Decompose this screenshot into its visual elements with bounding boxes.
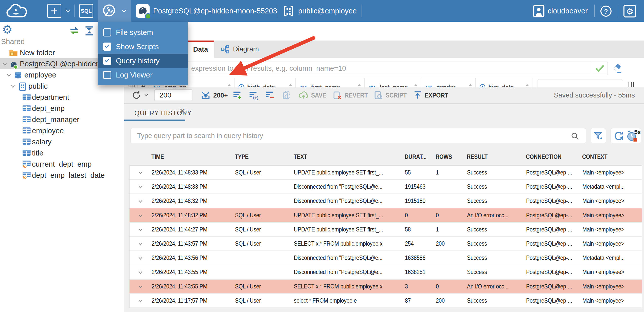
qh-cell-rows: 0 xyxy=(436,208,465,222)
checkbox-icon[interactable] xyxy=(103,43,111,51)
query-history-row[interactable]: 2/26/2024, 11:48:33 PMDisconnected from … xyxy=(130,180,642,194)
qh-cell-rows: 1 xyxy=(436,223,465,236)
active-tab-underline xyxy=(124,120,185,121)
tree-item-dept-manager[interactable]: dept_manager xyxy=(0,114,124,125)
chevron-down-icon[interactable] xyxy=(6,72,12,80)
grid-column-gender[interactable]: abcgender xyxy=(421,78,476,87)
schema-selector[interactable]: public@employee xyxy=(298,0,357,22)
qh-column-header-text[interactable]: TEXT xyxy=(294,148,309,165)
export-button[interactable]: EXPORT xyxy=(413,87,452,103)
tree-item-department[interactable]: department xyxy=(0,92,124,103)
menu-item-file-system[interactable]: File system xyxy=(98,25,188,40)
qh-column-header-result[interactable]: RESULT xyxy=(467,148,490,165)
filter-expression-input[interactable] xyxy=(127,62,591,75)
expand-row-icon[interactable] xyxy=(137,212,144,220)
query-history-row[interactable]: 2/26/2024, 11:17:57 PMSQL / Userselect *… xyxy=(130,294,642,308)
save-button[interactable]: SAVE xyxy=(298,87,328,103)
tree-item-employee[interactable]: employee xyxy=(0,125,124,136)
grid-columns-icon[interactable] xyxy=(628,82,635,87)
qh-column-header-context[interactable]: CONTEXT xyxy=(582,148,611,165)
expand-row-icon[interactable] xyxy=(137,184,144,191)
query-history-row[interactable]: 2/26/2024, 11:43:55 PMSQL / UserSELECT x… xyxy=(130,280,642,294)
postgres-connection-icon[interactable] xyxy=(136,4,150,18)
close-panel-icon[interactable]: ✕ xyxy=(179,107,186,115)
script-icon xyxy=(373,90,383,100)
tree-item-title[interactable]: title xyxy=(0,147,124,159)
row-limit-input[interactable] xyxy=(154,89,192,101)
delete-row-button[interactable] xyxy=(265,87,276,103)
checkbox-icon[interactable] xyxy=(103,57,111,65)
connection-name[interactable]: PostgreSQL@ep-hidden-moon-55203 xyxy=(153,0,277,22)
settings-gear-button[interactable]: ⚙ xyxy=(623,5,636,19)
help-button[interactable]: ? xyxy=(600,5,612,18)
refresh-button[interactable] xyxy=(131,87,148,103)
menu-item-show-scripts[interactable]: Show Scripts xyxy=(98,40,188,54)
apply-script-button[interactable] xyxy=(281,87,291,103)
tree-item-dept-emp[interactable]: dept_emp xyxy=(0,103,124,114)
user-name[interactable]: cloudbeaver xyxy=(548,0,588,22)
expand-row-icon[interactable] xyxy=(137,169,144,177)
query-history-row[interactable]: 2/26/2024, 11:43:57 PMSQL / UserSELECT x… xyxy=(130,237,642,251)
tools-icon xyxy=(101,3,117,19)
expand-row-icon[interactable] xyxy=(137,241,144,248)
query-history-search-input[interactable] xyxy=(131,128,567,143)
revert-label: REVERT xyxy=(345,91,368,99)
user-avatar-icon[interactable] xyxy=(532,5,545,19)
script-button[interactable]: SCRIPT xyxy=(373,87,409,103)
tree-item-label: dept_emp xyxy=(32,103,65,114)
query-history-row[interactable]: 2/26/2024, 11:48:32 PMSQL / UserUPDATE p… xyxy=(130,208,642,223)
expand-row-icon[interactable] xyxy=(137,198,144,205)
query-history-row[interactable]: 2/26/2024, 11:43:55 PMDisconnected from … xyxy=(130,265,642,279)
qh-column-header-type[interactable]: TYPE xyxy=(235,148,251,165)
qh-column-header-time[interactable]: TIME xyxy=(151,148,166,165)
qh-column-header-durat[interactable]: DURAT... xyxy=(405,148,430,165)
menu-item-query-history[interactable]: Query history xyxy=(98,54,188,68)
query-history-filter-button[interactable] xyxy=(591,128,606,143)
tree-item-current-dept-emp[interactable]: current_dept_emp xyxy=(0,159,124,170)
revert-icon xyxy=(332,90,342,100)
clear-filter-button[interactable] xyxy=(612,63,623,74)
query-history-row[interactable]: 2/26/2024, 11:43:56 PMDisconnected from … xyxy=(130,251,642,265)
query-history-row[interactable]: 2/26/2024, 11:44:27 PMSQL / UserUPDATE p… xyxy=(130,223,642,237)
sync-connection-icon[interactable] xyxy=(68,26,80,37)
query-history-row[interactable]: 2/26/2024, 11:48:32 PMDisconnected from … xyxy=(130,194,642,208)
apply-filter-button[interactable] xyxy=(592,62,607,75)
schema-icon[interactable] xyxy=(282,5,295,18)
tab-diagram[interactable]: Diagram xyxy=(214,41,265,58)
tools-menu-button[interactable] xyxy=(98,0,131,22)
checkbox-icon[interactable] xyxy=(103,28,111,36)
expand-row-icon[interactable] xyxy=(137,283,144,291)
new-connection-button[interactable] xyxy=(47,4,61,18)
menu-item-log-viewer[interactable]: Log Viewer xyxy=(98,68,188,82)
navigator-settings-icon[interactable]: ⚙ xyxy=(2,23,12,35)
grid-column-birth_date[interactable]: birth_date xyxy=(235,78,296,87)
grid-column-last_name[interactable]: abclast_name xyxy=(365,78,421,87)
grid-column-first_name[interactable]: abcfirst_name xyxy=(296,78,365,87)
sql-editor-button[interactable]: SQL xyxy=(79,4,93,18)
tree-item-dept-emp-latest-date[interactable]: dept_emp_latest_date xyxy=(0,170,124,181)
qh-cell-rows: 1 xyxy=(436,166,465,179)
qh-column-header-connection[interactable]: CONNECTION xyxy=(526,148,566,165)
refresh-history-button[interactable] xyxy=(613,130,624,143)
grid-column-hire_date[interactable]: hire_date xyxy=(476,78,532,87)
checkbox-icon[interactable] xyxy=(103,71,111,79)
expand-row-icon[interactable] xyxy=(137,255,144,262)
chevron-down-icon[interactable] xyxy=(2,61,8,68)
tree-item-salary[interactable]: salary xyxy=(0,136,124,147)
chevron-down-icon[interactable] xyxy=(10,83,16,91)
topbar-separator xyxy=(74,5,75,17)
expand-row-icon[interactable] xyxy=(137,226,144,234)
svg-text:abc: abc xyxy=(425,85,432,87)
collapse-all-icon[interactable] xyxy=(84,26,95,37)
query-history-row[interactable]: 2/26/2024, 11:48:33 PMSQL / UserUPDATE p… xyxy=(130,166,642,180)
auto-refresh-timer-button[interactable]: 5s xyxy=(627,130,641,143)
new-connection-chevron-icon[interactable] xyxy=(64,9,71,14)
expand-row-icon[interactable] xyxy=(137,269,144,277)
fetch-more-button[interactable]: 200+ xyxy=(201,87,228,103)
expand-row-icon[interactable] xyxy=(137,298,144,305)
add-row-button[interactable] xyxy=(232,87,243,103)
tab-data[interactable]: Data xyxy=(187,41,214,58)
duplicate-row-button[interactable]: (+) xyxy=(249,87,260,103)
revert-button[interactable]: REVERT xyxy=(332,87,371,103)
qh-column-header-rows[interactable]: ROWS xyxy=(436,148,454,165)
